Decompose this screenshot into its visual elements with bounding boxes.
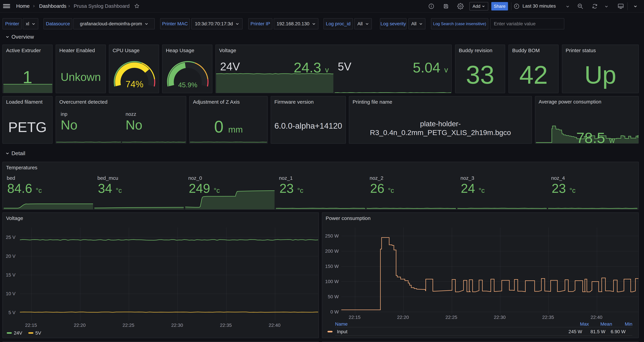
svg-text:45.9%: 45.9% xyxy=(178,81,197,89)
svg-text:74%: 74% xyxy=(126,79,144,89)
